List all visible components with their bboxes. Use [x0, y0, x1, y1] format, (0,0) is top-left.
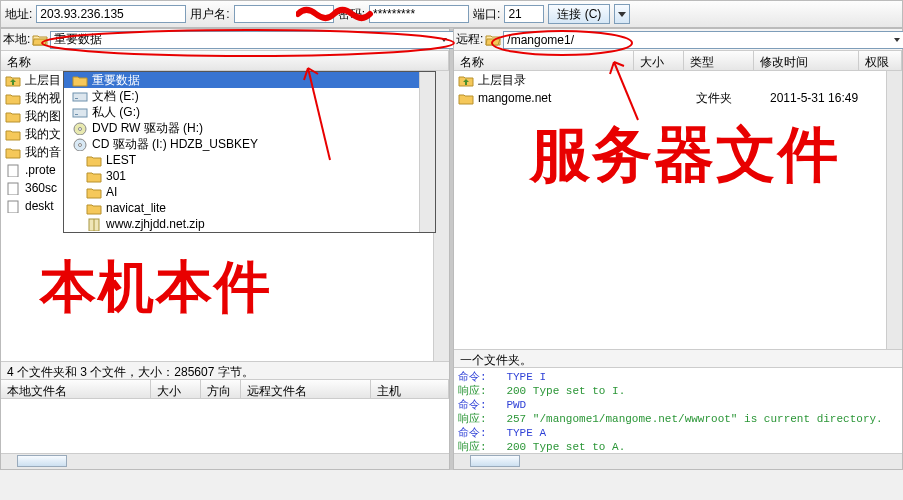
cell-mtime: 2011-5-31 16:49	[770, 91, 890, 105]
up-icon	[458, 74, 474, 87]
folder-icon	[5, 128, 21, 141]
address-label: 地址:	[5, 6, 32, 23]
local-path-input[interactable]	[50, 31, 455, 49]
dropdown-item[interactable]: 重要数据	[64, 72, 435, 88]
username-input[interactable]	[234, 5, 334, 23]
col-perm[interactable]: 权限	[859, 51, 902, 70]
transfer-queue-headers: 本地文件名 大小 方向 远程文件名 主机	[1, 379, 449, 399]
local-path-row: 本地:	[1, 29, 449, 51]
dvd-icon	[72, 122, 88, 135]
log-text: TYPE A	[506, 427, 546, 439]
log-line: 命令: TYPE I	[458, 370, 898, 384]
col-name[interactable]: 名称	[454, 51, 634, 70]
log-line: 命令: PWD	[458, 398, 898, 412]
local-path-label: 本地:	[3, 31, 30, 48]
cell-name: 上层目录	[478, 72, 638, 89]
dropdown-item[interactable]: navicat_lite	[64, 200, 435, 216]
dropdown-item[interactable]: CD 驱动器 (I:) HDZB_USBKEY	[64, 136, 435, 152]
dropdown-item-label: 文档 (E:)	[92, 88, 139, 105]
cd-icon	[72, 138, 88, 151]
remote-hscrollbar[interactable]	[454, 453, 902, 469]
col-size[interactable]: 大小	[634, 51, 684, 70]
file-icon	[5, 200, 21, 213]
log-text: 257 "/mangome1/mangome.net/wwwroot" is c…	[506, 413, 882, 425]
local-path-dropdown-icon[interactable]	[441, 38, 447, 42]
local-pane: 本地: 名称 上层目我的视我的图我的文我的音.prote360scdeskt 重…	[0, 28, 450, 470]
folder-icon	[86, 186, 102, 199]
col-host[interactable]: 主机	[371, 380, 449, 398]
dropdown-item[interactable]: LEST	[64, 152, 435, 168]
folder-icon	[86, 202, 102, 215]
col-name[interactable]: 名称	[1, 51, 449, 70]
port-input[interactable]	[504, 5, 544, 23]
file-icon	[5, 164, 21, 177]
local-statusbar: 4 个文件夹和 3 个文件，大小：285607 字节。	[1, 361, 449, 379]
dropdown-item[interactable]: DVD RW 驱动器 (H:)	[64, 120, 435, 136]
folder-icon	[485, 33, 501, 47]
folder-icon	[5, 92, 21, 105]
folder-icon	[5, 110, 21, 123]
list-item[interactable]: 上层目录	[454, 71, 902, 89]
connect-button[interactable]: 连接 (C)	[548, 4, 610, 24]
local-hscrollbar[interactable]	[1, 453, 449, 469]
col-size[interactable]: 大小	[151, 380, 201, 398]
dropdown-item-label: 私人 (G:)	[92, 104, 140, 121]
dropdown-item[interactable]: 301	[64, 168, 435, 184]
scrollbar-icon[interactable]	[886, 71, 902, 349]
address-input[interactable]	[36, 5, 186, 23]
dropdown-item-label: LEST	[106, 153, 136, 167]
folder-icon	[86, 154, 102, 167]
remote-filelist[interactable]: 上层目录mangome.net文件夹2011-5-31 16:49	[454, 71, 902, 349]
col-local-file[interactable]: 本地文件名	[1, 380, 151, 398]
folder-icon	[32, 33, 48, 47]
remote-pane: 远程: 名称 大小 类型 修改时间 权限 上层目录mangome.net文件夹2…	[453, 28, 903, 470]
local-filelist[interactable]: 上层目我的视我的图我的文我的音.prote360scdeskt 重要数据文档 (…	[1, 71, 449, 361]
folder-icon	[458, 92, 474, 105]
remote-path-dropdown-icon[interactable]	[894, 38, 900, 42]
dropdown-item-label: www.zjhjdd.net.zip	[106, 217, 205, 231]
log-label: 响应:	[458, 413, 487, 425]
log-label: 命令:	[458, 427, 487, 439]
dropdown-item-label: navicat_lite	[106, 201, 166, 215]
log-text: TYPE I	[506, 371, 546, 383]
dropdown-item[interactable]: AI	[64, 184, 435, 200]
dropdown-item-label: AI	[106, 185, 117, 199]
log-line: 响应: 200 Type set to A.	[458, 440, 898, 453]
dropdown-item[interactable]: 文档 (E:)	[64, 88, 435, 104]
local-column-headers: 名称	[1, 51, 449, 71]
username-label: 用户名:	[190, 6, 229, 23]
local-path-dropdown[interactable]: 重要数据文档 (E:)私人 (G:)DVD RW 驱动器 (H:)CD 驱动器 …	[63, 71, 436, 233]
col-mtime[interactable]: 修改时间	[754, 51, 859, 70]
file-icon	[5, 182, 21, 195]
dropdown-item-label: CD 驱动器 (I:) HDZB_USBKEY	[92, 136, 258, 153]
col-direction[interactable]: 方向	[201, 380, 241, 398]
log-label: 命令:	[458, 399, 487, 411]
port-label: 端口:	[473, 6, 500, 23]
transfer-queue-body[interactable]	[1, 399, 449, 453]
dropdown-item[interactable]: 私人 (G:)	[64, 104, 435, 120]
log-text: PWD	[506, 399, 526, 411]
remote-statusbar: 一个文件夹。	[454, 349, 902, 367]
log-text: 200 Type set to I.	[506, 385, 625, 397]
list-item[interactable]: mangome.net文件夹2011-5-31 16:49	[454, 89, 902, 107]
connect-dropdown-arrow[interactable]	[614, 4, 630, 24]
folder-icon	[86, 170, 102, 183]
col-type[interactable]: 类型	[684, 51, 754, 70]
drive-icon	[72, 90, 88, 103]
dropdown-item-label: DVD RW 驱动器 (H:)	[92, 120, 203, 137]
remote-path-input[interactable]	[503, 31, 903, 49]
connection-toolbar: 地址: 用户名: 密码: 端口: 连接 (C)	[0, 0, 903, 28]
log-line: 响应: 200 Type set to I.	[458, 384, 898, 398]
password-label: 密码:	[338, 6, 365, 23]
dropdown-item[interactable]: www.zjhjdd.net.zip	[64, 216, 435, 232]
scrollbar-icon[interactable]	[419, 72, 435, 232]
remote-column-headers: 名称 大小 类型 修改时间 权限	[454, 51, 902, 71]
log-label: 响应:	[458, 441, 487, 453]
folder-icon	[72, 74, 88, 87]
dropdown-item-label: 重要数据	[92, 72, 140, 89]
log-label: 响应:	[458, 385, 487, 397]
password-input[interactable]	[369, 5, 469, 23]
server-log[interactable]: 命令: TYPE I响应: 200 Type set to I.命令: PWD响…	[454, 367, 902, 453]
log-line: 响应: 257 "/mangome1/mangome.net/wwwroot" …	[458, 412, 898, 426]
col-remote-file[interactable]: 远程文件名	[241, 380, 371, 398]
